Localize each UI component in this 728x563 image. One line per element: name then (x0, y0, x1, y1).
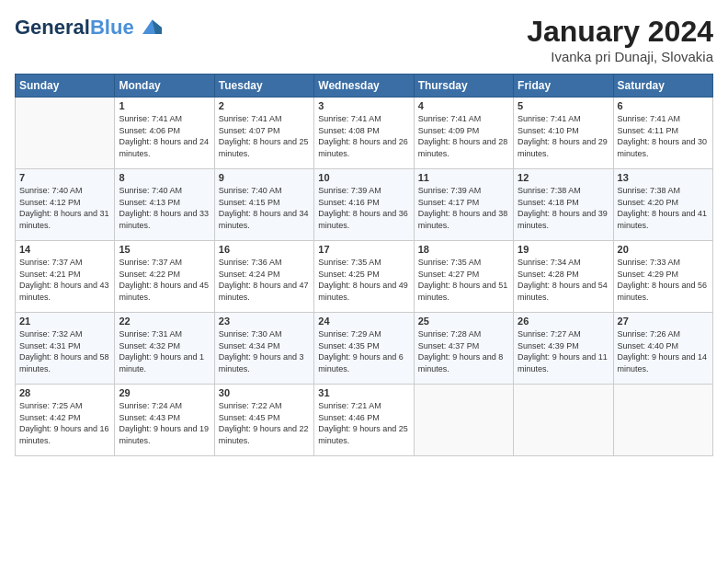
day-info: Sunrise: 7:31 AMSunset: 4:32 PMDaylight:… (119, 328, 210, 374)
day-number: 4 (418, 100, 509, 111)
day-info: Sunrise: 7:34 AMSunset: 4:28 PMDaylight:… (518, 257, 609, 303)
day-info: Sunrise: 7:41 AMSunset: 4:11 PMDaylight:… (618, 113, 709, 159)
day-info: Sunrise: 7:30 AMSunset: 4:34 PMDaylight:… (219, 328, 310, 374)
day-info: Sunrise: 7:22 AMSunset: 4:45 PMDaylight:… (219, 400, 310, 446)
day-info: Sunrise: 7:28 AMSunset: 4:37 PMDaylight:… (418, 328, 509, 374)
calendar-cell: 10Sunrise: 7:39 AMSunset: 4:16 PMDayligh… (314, 169, 414, 241)
day-info: Sunrise: 7:25 AMSunset: 4:42 PMDaylight:… (19, 400, 110, 446)
logo: GeneralBlue (15, 15, 162, 40)
calendar-cell: 16Sunrise: 7:36 AMSunset: 4:24 PMDayligh… (214, 241, 313, 313)
calendar-cell: 25Sunrise: 7:28 AMSunset: 4:37 PMDayligh… (414, 313, 513, 385)
calendar-cell: 27Sunrise: 7:26 AMSunset: 4:40 PMDayligh… (613, 313, 712, 385)
day-number: 3 (318, 100, 409, 111)
calendar-cell: 15Sunrise: 7:37 AMSunset: 4:22 PMDayligh… (115, 241, 214, 313)
day-info: Sunrise: 7:33 AMSunset: 4:29 PMDaylight:… (618, 257, 709, 303)
calendar-cell: 21Sunrise: 7:32 AMSunset: 4:31 PMDayligh… (16, 313, 115, 385)
day-info: Sunrise: 7:38 AMSunset: 4:20 PMDaylight:… (618, 185, 709, 231)
calendar-cell: 20Sunrise: 7:33 AMSunset: 4:29 PMDayligh… (613, 241, 712, 313)
calendar-cell: 14Sunrise: 7:37 AMSunset: 4:21 PMDayligh… (16, 241, 115, 313)
day-number: 18 (418, 244, 509, 255)
day-number: 25 (418, 316, 509, 327)
logo-icon (136, 15, 162, 40)
col-sunday: Sunday (16, 75, 115, 98)
day-number: 24 (318, 316, 409, 327)
calendar-cell: 11Sunrise: 7:39 AMSunset: 4:17 PMDayligh… (414, 169, 513, 241)
day-number: 20 (618, 244, 709, 255)
day-info: Sunrise: 7:21 AMSunset: 4:46 PMDaylight:… (318, 400, 409, 446)
day-info: Sunrise: 7:39 AMSunset: 4:16 PMDaylight:… (318, 185, 409, 231)
day-number: 10 (318, 172, 409, 183)
day-info: Sunrise: 7:37 AMSunset: 4:22 PMDaylight:… (119, 257, 210, 303)
calendar-cell: 26Sunrise: 7:27 AMSunset: 4:39 PMDayligh… (514, 313, 613, 385)
day-info: Sunrise: 7:41 AMSunset: 4:09 PMDaylight:… (418, 113, 509, 159)
day-number: 29 (119, 387, 210, 398)
calendar-week-1: 7Sunrise: 7:40 AMSunset: 4:12 PMDaylight… (16, 169, 713, 241)
calendar-cell: 17Sunrise: 7:35 AMSunset: 4:25 PMDayligh… (314, 241, 414, 313)
day-number: 12 (518, 172, 609, 183)
day-number: 5 (518, 100, 609, 111)
day-info: Sunrise: 7:41 AMSunset: 4:07 PMDaylight:… (219, 113, 310, 159)
col-saturday: Saturday (613, 75, 712, 98)
calendar-cell: 31Sunrise: 7:21 AMSunset: 4:46 PMDayligh… (314, 385, 414, 456)
calendar-cell: 22Sunrise: 7:31 AMSunset: 4:32 PMDayligh… (115, 313, 214, 385)
logo-text: GeneralBlue (15, 17, 134, 39)
calendar-cell (16, 98, 115, 169)
day-number: 14 (19, 244, 110, 255)
day-info: Sunrise: 7:40 AMSunset: 4:12 PMDaylight:… (19, 185, 110, 231)
calendar-week-4: 28Sunrise: 7:25 AMSunset: 4:42 PMDayligh… (16, 385, 713, 456)
day-info: Sunrise: 7:37 AMSunset: 4:21 PMDaylight:… (19, 257, 110, 303)
day-number: 7 (19, 172, 110, 183)
calendar-cell: 4Sunrise: 7:41 AMSunset: 4:09 PMDaylight… (414, 98, 513, 169)
day-number: 16 (219, 244, 310, 255)
calendar-cell: 24Sunrise: 7:29 AMSunset: 4:35 PMDayligh… (314, 313, 414, 385)
month-title: January 2024 (527, 15, 713, 49)
day-info: Sunrise: 7:41 AMSunset: 4:08 PMDaylight:… (318, 113, 409, 159)
calendar-cell: 5Sunrise: 7:41 AMSunset: 4:10 PMDaylight… (514, 98, 613, 169)
day-number: 15 (119, 244, 210, 255)
calendar-cell: 3Sunrise: 7:41 AMSunset: 4:08 PMDaylight… (314, 98, 414, 169)
day-info: Sunrise: 7:41 AMSunset: 4:06 PMDaylight:… (119, 113, 210, 159)
calendar-cell (414, 385, 513, 456)
calendar-cell: 18Sunrise: 7:35 AMSunset: 4:27 PMDayligh… (414, 241, 513, 313)
day-number: 23 (219, 316, 310, 327)
col-thursday: Thursday (414, 75, 513, 98)
day-info: Sunrise: 7:27 AMSunset: 4:39 PMDaylight:… (518, 328, 609, 374)
day-info: Sunrise: 7:26 AMSunset: 4:40 PMDaylight:… (618, 328, 709, 374)
day-number: 27 (618, 316, 709, 327)
day-info: Sunrise: 7:24 AMSunset: 4:43 PMDaylight:… (119, 400, 210, 446)
calendar-cell: 29Sunrise: 7:24 AMSunset: 4:43 PMDayligh… (115, 385, 214, 456)
day-info: Sunrise: 7:35 AMSunset: 4:25 PMDaylight:… (318, 257, 409, 303)
calendar-week-2: 14Sunrise: 7:37 AMSunset: 4:21 PMDayligh… (16, 241, 713, 313)
day-info: Sunrise: 7:35 AMSunset: 4:27 PMDaylight:… (418, 257, 509, 303)
calendar-cell (613, 385, 712, 456)
calendar-cell: 1Sunrise: 7:41 AMSunset: 4:06 PMDaylight… (115, 98, 214, 169)
day-info: Sunrise: 7:40 AMSunset: 4:13 PMDaylight:… (119, 185, 210, 231)
day-number: 2 (219, 100, 310, 111)
calendar-cell: 30Sunrise: 7:22 AMSunset: 4:45 PMDayligh… (214, 385, 313, 456)
calendar-cell: 2Sunrise: 7:41 AMSunset: 4:07 PMDaylight… (214, 98, 313, 169)
calendar-cell: 8Sunrise: 7:40 AMSunset: 4:13 PMDaylight… (115, 169, 214, 241)
calendar-week-3: 21Sunrise: 7:32 AMSunset: 4:31 PMDayligh… (16, 313, 713, 385)
day-number: 11 (418, 172, 509, 183)
calendar-cell: 13Sunrise: 7:38 AMSunset: 4:20 PMDayligh… (613, 169, 712, 241)
calendar-cell: 6Sunrise: 7:41 AMSunset: 4:11 PMDaylight… (613, 98, 712, 169)
day-info: Sunrise: 7:32 AMSunset: 4:31 PMDaylight:… (19, 328, 110, 374)
day-info: Sunrise: 7:38 AMSunset: 4:18 PMDaylight:… (518, 185, 609, 231)
col-monday: Monday (115, 75, 214, 98)
day-number: 26 (518, 316, 609, 327)
day-number: 17 (318, 244, 409, 255)
calendar-cell: 12Sunrise: 7:38 AMSunset: 4:18 PMDayligh… (514, 169, 613, 241)
day-number: 8 (119, 172, 210, 183)
calendar-cell: 23Sunrise: 7:30 AMSunset: 4:34 PMDayligh… (214, 313, 313, 385)
day-number: 28 (19, 387, 110, 398)
calendar-cell: 28Sunrise: 7:25 AMSunset: 4:42 PMDayligh… (16, 385, 115, 456)
location: Ivanka pri Dunaji, Slovakia (527, 49, 713, 64)
day-number: 1 (119, 100, 210, 111)
title-block: January 2024 Ivanka pri Dunaji, Slovakia (527, 15, 713, 64)
calendar-week-0: 1Sunrise: 7:41 AMSunset: 4:06 PMDaylight… (16, 98, 713, 169)
calendar-cell (514, 385, 613, 456)
header: GeneralBlue January 2024 Ivanka pri Duna… (15, 15, 713, 64)
main-container: GeneralBlue January 2024 Ivanka pri Duna… (0, 0, 728, 464)
calendar-cell: 9Sunrise: 7:40 AMSunset: 4:15 PMDaylight… (214, 169, 313, 241)
day-info: Sunrise: 7:39 AMSunset: 4:17 PMDaylight:… (418, 185, 509, 231)
